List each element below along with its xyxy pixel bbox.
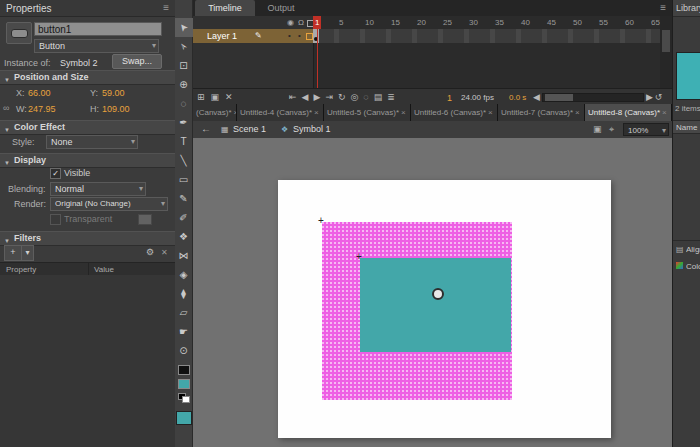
doc-tab-6-active[interactable]: Untitled-8 (Canvas)*× (585, 104, 672, 121)
doc-tab-1[interactable]: (Canvas)*× (193, 104, 237, 121)
constrain-link-icon[interactable]: ∞ (3, 103, 9, 113)
close-icon[interactable]: × (401, 108, 406, 117)
visible-checkbox[interactable]: ✓ (50, 168, 61, 179)
inner-rectangle-teal[interactable] (360, 258, 511, 352)
doc-tab-5[interactable]: Untitled-7 (Canvas)*× (498, 104, 585, 121)
delete-layer-button[interactable]: ✕ (225, 92, 233, 102)
delete-filter-icon[interactable]: ✕ (161, 248, 168, 257)
playhead-line[interactable] (317, 29, 318, 88)
back-arrow-icon[interactable]: ← (201, 123, 211, 134)
scrollbar-thumb[interactable] (662, 30, 670, 52)
text-tool[interactable]: T (175, 132, 193, 151)
section-color-effect[interactable]: ▼ Color Effect (0, 120, 175, 135)
doc-tab-4[interactable]: Untitled-6 (Canvas)*× (411, 104, 498, 121)
onion-skin-outline-button[interactable]: ◌ (363, 92, 368, 102)
breadcrumb-scene[interactable]: Scene 1 (233, 124, 266, 134)
onion-skin-button[interactable]: ◎ (350, 92, 358, 102)
bone-tool[interactable]: ⋈ (175, 246, 193, 265)
add-filter-dropdown-icon[interactable]: ▾ (21, 245, 34, 261)
w-value[interactable]: 247.95 (28, 104, 56, 114)
layer-visibility-dot[interactable]: • (288, 31, 291, 40)
h-value[interactable]: 109.00 (102, 104, 130, 114)
paint-bucket-tool[interactable]: ◈ (175, 265, 193, 284)
y-value[interactable]: 59.00 (102, 88, 125, 98)
eyedropper-tool[interactable]: ⧫ (175, 284, 193, 303)
center-frame-icon[interactable]: ⌖ (609, 124, 614, 135)
instance-type-dropdown[interactable]: Button ▾ (34, 39, 159, 53)
doc-tab-2[interactable]: Untitled-4 (Canvas)*× (237, 104, 324, 121)
new-folder-button[interactable]: ▣ (211, 92, 220, 102)
instance-name-input[interactable] (34, 22, 162, 36)
tab-timeline[interactable]: Timeline (195, 0, 255, 16)
elapsed-time-value[interactable]: 0.0 s (509, 93, 526, 102)
filter-options-gear-icon[interactable]: ⚙ (146, 247, 154, 257)
step-back-button[interactable]: ◀ (302, 92, 309, 102)
close-icon[interactable]: × (488, 108, 493, 117)
first-frame-button[interactable]: ⇤ (289, 92, 297, 102)
selected-fill-swatch[interactable] (176, 411, 192, 425)
edit-symbols-icon[interactable]: ▣ (593, 124, 602, 134)
layer-lock-dot[interactable]: • (298, 31, 301, 40)
pen-tool[interactable]: ✒ (175, 113, 193, 132)
selection-tool[interactable]: ➤ (175, 18, 193, 37)
transform-point[interactable] (432, 288, 444, 300)
section-filters[interactable]: ▼ Filters (0, 231, 175, 246)
section-position-size[interactable]: ▼ Position and Size (0, 70, 175, 85)
style-dropdown[interactable]: None ▾ (46, 135, 138, 149)
current-frame-value[interactable]: 1 (447, 93, 452, 103)
hand-tool[interactable]: ☛ (175, 322, 193, 341)
default-colors-icon[interactable] (178, 393, 190, 403)
pencil-tool[interactable]: ✎ (175, 189, 193, 208)
timeline-horizontal-scrollbar[interactable] (542, 93, 644, 102)
x-value[interactable]: 66.00 (28, 88, 51, 98)
last-frame-button[interactable]: ⇥ (325, 92, 333, 102)
subselection-tool[interactable]: ➢ (175, 37, 193, 56)
free-transform-tool[interactable]: ⊡ (175, 56, 193, 75)
eraser-tool[interactable]: ▱ (175, 303, 193, 322)
blending-dropdown[interactable]: Normal ▾ (50, 182, 146, 196)
playhead-marker[interactable]: 1 (313, 16, 321, 29)
zoom-tool[interactable]: ⊙ (175, 341, 193, 360)
panel-menu-icon[interactable]: ≡ (163, 2, 169, 13)
render-dropdown[interactable]: Original (No Change) ▾ (50, 197, 168, 211)
scrollbar-thumb[interactable] (545, 94, 573, 101)
frame-rate-value[interactable]: 24.00 fps (461, 93, 494, 102)
rectangle-tool[interactable]: ▭ (175, 170, 193, 189)
layer-outline-color-swatch[interactable] (306, 33, 313, 40)
reset-timeline-zoom-button[interactable]: ↺ (655, 92, 663, 102)
3d-rotation-tool[interactable]: ⊕ (175, 75, 193, 94)
timeline-vertical-scrollbar[interactable] (660, 16, 672, 88)
lock-icon[interactable]: Ω (298, 18, 304, 27)
panel-thumbnail[interactable] (674, 416, 700, 446)
layer-frames[interactable] (313, 29, 660, 43)
show-hide-eye-icon[interactable]: ◉ (287, 18, 294, 27)
brush-tool[interactable]: ✐ (175, 208, 193, 227)
add-filter-button[interactable]: + (4, 245, 22, 261)
deco-tool[interactable]: ❖ (175, 227, 193, 246)
library-panel-header[interactable]: Library (673, 0, 700, 17)
close-icon[interactable]: × (575, 108, 580, 117)
keyframe-cell[interactable] (313, 29, 319, 43)
scroll-left-button[interactable]: ◀ (533, 92, 540, 102)
breadcrumb-symbol[interactable]: Symbol 1 (293, 124, 331, 134)
zoom-select[interactable]: 100% ▾ (623, 123, 669, 136)
canvas-workspace[interactable]: + + (193, 138, 672, 447)
doc-tab-3[interactable]: Untitled-5 (Canvas)*× (324, 104, 411, 121)
fill-color-chip[interactable] (178, 379, 190, 389)
new-layer-button[interactable]: ⊞ (197, 92, 205, 102)
scroll-right-button[interactable]: ▶ (646, 92, 653, 102)
loop-button[interactable]: ↻ (338, 92, 346, 102)
play-button[interactable]: ▶ (313, 92, 320, 102)
stroke-color-chip[interactable] (178, 365, 190, 375)
timeline-menu-icon[interactable]: ≡ (660, 2, 666, 13)
edit-multiple-frames-button[interactable]: ▤ (374, 92, 383, 102)
tab-output[interactable]: Output (257, 0, 305, 16)
frame-ruler[interactable]: 1 5 10 15 20 25 30 35 40 45 50 55 60 65 (313, 16, 660, 30)
modify-markers-button[interactable]: ≣ (387, 92, 395, 102)
line-tool[interactable]: ╲ (175, 151, 193, 170)
align-panel-icon[interactable]: ▤ (676, 245, 684, 254)
layer-row[interactable]: Layer 1 ✎ • • (193, 29, 313, 43)
lasso-tool[interactable]: ◌ (175, 94, 193, 113)
close-icon[interactable]: × (314, 108, 319, 117)
swap-button[interactable]: Swap... (112, 54, 162, 69)
